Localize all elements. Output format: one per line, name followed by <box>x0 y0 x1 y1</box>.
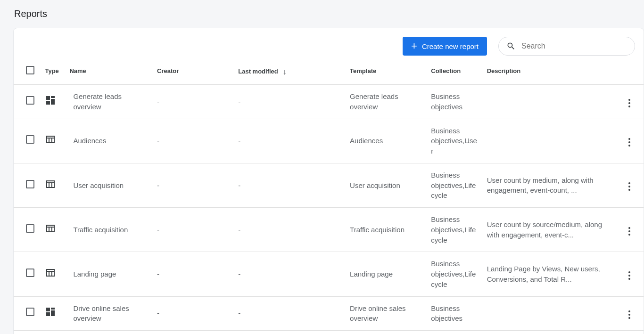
cell-name[interactable]: User acquisition <box>69 163 153 207</box>
table-row: Audiences--AudiencesBusiness objectives,… <box>14 119 644 163</box>
cell-creator: - <box>153 119 234 163</box>
table-icon <box>45 134 56 145</box>
cell-template: Traffic acquisition <box>346 208 427 252</box>
row-checkbox[interactable] <box>26 308 34 316</box>
cell-last-modified: - <box>234 163 346 207</box>
table-header-row: Type Name Creator Last modified ↓ Templa… <box>14 61 644 85</box>
cell-creator: - <box>153 85 234 119</box>
cell-name[interactable]: Drive online sales overview <box>69 296 153 331</box>
cell-template: Landing page <box>346 252 427 296</box>
cell-last-modified: - <box>234 331 346 334</box>
cell-description: Item purchases by views, cart activity, … <box>483 331 615 334</box>
header-template[interactable]: Template <box>346 61 427 85</box>
plus-icon: + <box>411 41 417 51</box>
cell-description <box>483 119 615 163</box>
cell-template: Generate leads overview <box>346 85 427 119</box>
search-box[interactable] <box>498 37 635 56</box>
table-row: Ecommerce purchases--Ecommerce purchases… <box>14 331 644 334</box>
header-name[interactable]: Name <box>69 61 153 85</box>
dashboard-icon <box>45 95 56 106</box>
row-actions-menu-icon[interactable] <box>624 96 635 110</box>
cell-collection: Business objectives,Life cycle <box>427 331 483 334</box>
cell-description <box>483 85 615 119</box>
reports-table: Type Name Creator Last modified ↓ Templa… <box>14 61 644 334</box>
cell-creator: - <box>153 163 234 207</box>
header-type[interactable]: Type <box>43 61 69 85</box>
dashboard-icon <box>45 306 56 318</box>
header-collection[interactable]: Collection <box>427 61 483 85</box>
header-description[interactable]: Description <box>483 61 615 85</box>
search-input[interactable] <box>521 42 627 50</box>
header-creator[interactable]: Creator <box>153 61 234 85</box>
cell-creator: - <box>153 331 234 334</box>
row-actions-menu-icon[interactable] <box>624 179 635 194</box>
cell-template: Ecommerce purchases <box>346 331 427 334</box>
cell-template: Audiences <box>346 119 427 163</box>
cell-last-modified: - <box>234 85 346 119</box>
cell-creator: - <box>153 296 234 331</box>
cell-collection: Business objectives,Life cycle <box>427 163 483 207</box>
cell-collection: Business objectives,User <box>427 119 483 163</box>
cell-last-modified: - <box>234 119 346 163</box>
table-row: Traffic acquisition--Traffic acquisition… <box>14 208 644 252</box>
header-last-modified[interactable]: Last modified ↓ <box>234 61 346 85</box>
cell-name[interactable]: Ecommerce purchases <box>69 331 153 334</box>
create-new-report-button[interactable]: + Create new report <box>403 37 487 56</box>
cell-template: Drive online sales overview <box>346 296 427 331</box>
sort-desc-icon: ↓ <box>282 68 286 76</box>
cell-collection: Business objectives,Life cycle <box>427 252 483 296</box>
cell-creator: - <box>153 252 234 296</box>
cell-description: User count by source/medium, along with … <box>483 208 615 252</box>
cell-template: User acquisition <box>346 163 427 207</box>
table-icon <box>45 223 56 234</box>
table-row: Generate leads overview--Generate leads … <box>14 85 644 119</box>
reports-card: + Create new report Type Name Creator La… <box>13 28 644 334</box>
cell-last-modified: - <box>234 252 346 296</box>
cell-name[interactable]: Landing page <box>69 252 153 296</box>
row-actions-menu-icon[interactable] <box>624 308 635 322</box>
row-checkbox[interactable] <box>26 135 34 144</box>
row-actions-menu-icon[interactable] <box>624 135 635 149</box>
cell-description: User count by medium, along with engagem… <box>483 163 615 207</box>
cell-name[interactable]: Traffic acquisition <box>69 208 153 252</box>
cell-collection: Business objectives <box>427 296 483 331</box>
table-icon <box>45 267 56 278</box>
table-icon <box>45 179 56 190</box>
header-last-modified-label: Last modified <box>238 68 278 75</box>
table-row: Drive online sales overview--Drive onlin… <box>14 296 644 331</box>
cell-name[interactable]: Audiences <box>69 119 153 163</box>
row-checkbox[interactable] <box>26 269 34 277</box>
row-actions-menu-icon[interactable] <box>624 224 635 238</box>
cell-collection: Business objectives,Life cycle <box>427 208 483 252</box>
cell-description: Landing Page by Views, New users, Conver… <box>483 252 615 296</box>
cell-description <box>483 296 615 331</box>
cell-collection: Business objectives <box>427 85 483 119</box>
row-checkbox[interactable] <box>26 224 34 233</box>
cell-name[interactable]: Generate leads overview <box>69 85 153 119</box>
cell-creator: - <box>153 208 234 252</box>
search-icon <box>506 41 516 51</box>
create-button-label: Create new report <box>422 42 479 50</box>
cell-last-modified: - <box>234 208 346 252</box>
table-row: User acquisition--User acquisitionBusine… <box>14 163 644 207</box>
row-checkbox[interactable] <box>26 96 34 105</box>
row-checkbox[interactable] <box>26 180 34 188</box>
toolbar: + Create new report <box>14 28 644 61</box>
table-row: Landing page--Landing pageBusiness objec… <box>14 252 644 296</box>
row-actions-menu-icon[interactable] <box>624 269 635 283</box>
select-all-checkbox[interactable] <box>26 66 34 74</box>
cell-last-modified: - <box>234 296 346 331</box>
page-title: Reports <box>0 0 644 28</box>
